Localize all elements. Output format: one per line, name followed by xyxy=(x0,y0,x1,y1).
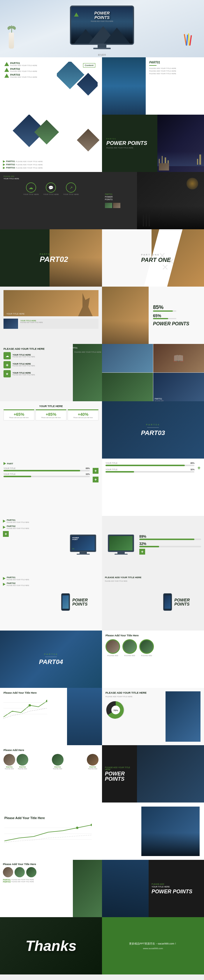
phone-b xyxy=(163,593,172,611)
slide-circles: Please Add Your Title Here PLEASE ADD PL… xyxy=(102,630,204,688)
pie-content: PLEASE ADD YOUR TITLE HERE PLEASE ADD YO… xyxy=(106,691,162,742)
slide-part04: PART04 PART04 xyxy=(0,630,102,688)
part04-text: PART04 PART04 xyxy=(39,653,63,666)
sm-person-3 xyxy=(26,867,37,877)
photo-4: PART01 PLEASE ADD xyxy=(153,373,204,401)
bottom-parts: PART01 PLEASE ADD YOUR TITLE HERE PART02… xyxy=(3,160,43,169)
people-circle-2 xyxy=(17,754,28,765)
parts-phone-content: PART01 PLEASE ADD YOUR TITLE HERE PART02… xyxy=(3,576,59,628)
right-content: PART01 PLEASE ADD YOUR TITLE HERE PLEASE… xyxy=(146,57,204,115)
prog-bg-b xyxy=(106,465,194,466)
line-chart-svg xyxy=(3,697,47,720)
monitor-base xyxy=(93,48,111,49)
left-water-photo xyxy=(102,860,149,917)
thumb-row xyxy=(105,203,134,208)
stat-boxes: +65% Please add and your title here +85%… xyxy=(3,409,98,420)
content-label: Content xyxy=(83,63,95,67)
stat-box-2: +85% Please add and your title here xyxy=(35,409,66,420)
slide-progress-b: YOUR TITLE 89% YOUR TITLE 32% + xyxy=(102,458,204,516)
green-plus: + xyxy=(3,531,9,537)
slide-row-10: PART01 PLEASE ADD YOUR TITLE HERE PART02… xyxy=(0,516,204,573)
prog-fill-b xyxy=(106,465,185,466)
slide-row-7: PLEASE ADD YOUR TITLE HERE ☁ YOUR TITLE … xyxy=(0,344,204,401)
prog-fill-2b xyxy=(106,471,134,473)
part-row-1: PART01 PLEASE ADD YOUR TITLE HERE xyxy=(4,62,55,66)
plus-icons: + + xyxy=(93,462,98,512)
people-circle-4 xyxy=(87,754,98,765)
base-b xyxy=(114,554,128,555)
powerpoints-b: POWER POINTS xyxy=(174,598,201,606)
thumb-nature xyxy=(105,203,112,208)
progress-content-b: YOUR TITLE 89% YOUR TITLE 32% xyxy=(106,462,194,512)
prog-fill-2 xyxy=(3,476,31,477)
people-circle-1 xyxy=(3,754,15,765)
slide-powerpoints-bridge: PART01 POWER POINTS xyxy=(102,172,204,229)
thanks-text-container: Thanks xyxy=(25,937,76,955)
slide-percentages: 85% 65% POWER POINTS xyxy=(102,286,204,344)
monitor-inner-b xyxy=(109,536,133,550)
right-photo-green: PART01 PLEASE ADD YOUR TITLE HERE xyxy=(73,344,102,401)
right-green-photo xyxy=(73,860,102,917)
svg-point-12 xyxy=(91,824,92,826)
left-text: PART01 POWER POINTS xyxy=(102,172,137,229)
slide-row-9: PART YOUR TITLE 89% YOUR TITLE 32% xyxy=(0,458,204,516)
slide-thanks: Thanks xyxy=(0,917,102,974)
prog-89b: YOUR TITLE 89% xyxy=(106,462,194,466)
diamond-photo-section: Content xyxy=(57,62,98,110)
bridge-photo xyxy=(137,172,204,229)
slide-barchart: YOUR TITLE HERE +65% Please add and your… xyxy=(0,401,102,458)
slide-powerpoints-city: PART01 POWER POINTS PLEASE ADD YOUR TITL… xyxy=(102,115,204,172)
stat-box-1: +65% Please add and your title here xyxy=(3,409,34,420)
prog-bg-2b xyxy=(106,471,194,473)
svg-point-11 xyxy=(76,827,79,829)
slide-please-add-phone: PLEASE ADD YOUR TITLE HERE PLEASE ADD YO… xyxy=(102,573,204,630)
circle-img-3 xyxy=(139,639,154,654)
thumb-hands xyxy=(113,203,120,208)
slide-part03: PART04 PART03 xyxy=(102,401,204,458)
stats-right: 89% 32% + xyxy=(139,535,201,555)
prog-89: YOUR TITLE 89% xyxy=(3,467,90,471)
monitor-screen-inner: POWERPOINT 8% xyxy=(71,536,95,550)
parts-list: PART01 PLEASE ADD YOUR TITLE HERE PART02… xyxy=(3,519,65,570)
photo-3 xyxy=(102,373,153,401)
people-item-4: PART03 PLEASE ADD xyxy=(87,754,98,770)
dark-left: PLEASE ADD YOUR TITLE HERE POWER POINTS xyxy=(102,745,137,802)
part-label-row: PART xyxy=(3,462,90,465)
part01-phone: PART01 PLEASE ADD YOUR TITLE HERE xyxy=(3,576,59,581)
divider xyxy=(149,65,156,66)
s-prog-fill xyxy=(139,539,194,540)
slide-row-1: POWER POINTS PLEASE ADD YOUR TITLE HERE … xyxy=(0,0,204,57)
prog-bg-1 xyxy=(153,310,176,312)
monitor-screen-outer: POWERPOINT 8% xyxy=(70,535,96,552)
phone-device xyxy=(61,593,70,611)
sm-person-1 xyxy=(3,867,13,877)
slide-row-14: Please Add Here PART01 PLEASE ADD PART03… xyxy=(0,745,204,802)
pct-85: 85% xyxy=(153,304,200,312)
monitor-outer-b xyxy=(108,535,134,552)
cover-slide: POWER POINTS PLEASE ADD YOUR TITLE HERE … xyxy=(0,0,204,57)
green-icon-3: ★ xyxy=(3,370,11,377)
green-plus-b: + xyxy=(139,549,145,555)
people-circle-3 xyxy=(52,754,64,765)
phone-area: POWER POINTS xyxy=(61,576,99,628)
progress-content: PART YOUR TITLE 89% YOUR TITLE 32% xyxy=(3,462,90,512)
wide-line-chart xyxy=(4,822,92,845)
people-row: PART01 PLEASE ADD PART03 PLEASE ADD PART… xyxy=(3,754,98,770)
green-icon-1: ☁ xyxy=(3,352,11,360)
title-center: YOUR TITLE HERE xyxy=(3,405,98,408)
thumb-blue xyxy=(3,319,18,329)
icons-row: ☁ YOUR TITLE HERE 💬 YOUR TITLE HERE ↗ YO… xyxy=(3,183,98,195)
part-row-3: PART03 PLEASE ADD YOUR TITLE HERE xyxy=(4,73,55,78)
slide-row-5: PART02 PART02 ✕ ✕ ✕ PART ONE PART ONE xyxy=(0,229,204,286)
prog-32b: YOUR TITLE 32% xyxy=(106,468,194,473)
parts-content: PART01 PLEASE ADD YOUR TITLE HERE PART02… xyxy=(4,62,55,110)
person-photo xyxy=(102,286,149,344)
right-sea-photo xyxy=(67,688,102,745)
slide-dark-icons: PLEASE ADD YOUR TITLE HERE ☁ YOUR TITLE … xyxy=(0,172,102,229)
slide-people-circles: Please Add Here PART01 PLEASE ADD PART03… xyxy=(0,745,102,802)
prog-bg xyxy=(3,470,90,471)
stat-32: 32% xyxy=(139,542,201,547)
sm-person-2 xyxy=(14,867,25,877)
chat-icon-item: 💬 YOUR TITLE HERE xyxy=(43,183,59,195)
cloud-icon: ☁ xyxy=(26,183,36,192)
